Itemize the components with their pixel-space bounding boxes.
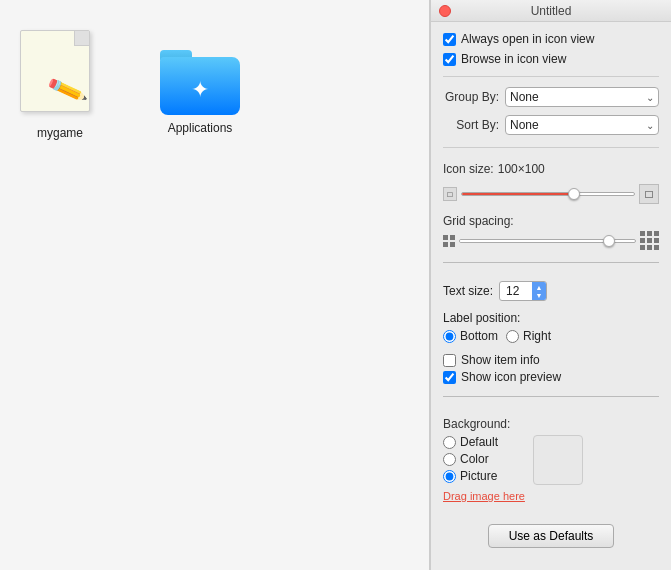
list-item[interactable]: ✏️ mygame [20,30,100,140]
sort-by-row: Sort By: None ⌄ [443,115,659,135]
drag-image-label: Drag image here [443,490,525,502]
bottom-radio-group: Bottom [443,329,498,343]
browse-checkbox[interactable] [443,53,456,66]
spin-up-icon: ▲ [536,284,543,291]
right-label: Right [523,329,551,343]
grid-spacing-thumb[interactable] [603,235,615,247]
bg-picture-radio[interactable] [443,470,456,483]
group-by-value: None [510,90,539,104]
icon-size-thumb[interactable] [568,188,580,200]
icon-size-fill [462,193,574,195]
show-item-info-label: Show item info [461,353,540,367]
background-section: Background: Default Color Picture [443,417,659,502]
group-by-label: Group By: [443,90,499,104]
bg-radio-list: Default Color Picture Drag image here [443,435,525,502]
finder-icons-area: ✏️ mygame ✦ Applications [0,0,429,170]
large-icon-indicator: □ [639,184,659,204]
spinbox-arrows[interactable]: ▲ ▼ [532,282,546,300]
show-item-info-row: Show item info [443,353,659,367]
bg-picture-label: Picture [460,469,497,483]
text-size-label: Text size: [443,284,493,298]
panel-bottom: Use as Defaults [431,524,671,570]
divider-3 [443,262,659,263]
chevron-down-icon-2: ⌄ [646,120,654,131]
grid-spacing-track [459,239,636,243]
divider-2 [443,147,659,148]
right-radio[interactable] [506,330,519,343]
list-item[interactable]: ✦ Applications [160,40,240,135]
show-item-info-checkbox[interactable] [443,354,456,367]
always-open-row: Always open in icon view [443,32,659,46]
panel-titlebar: Untitled [431,0,671,22]
mygame-icon: ✏️ [20,30,100,120]
panel-content: Always open in icon view Browse in icon … [431,22,671,524]
icon-size-label: Icon size: [443,162,494,176]
icon-size-slider-container: □ □ [443,184,659,204]
bg-color-group: Color [443,452,525,466]
show-icon-preview-label: Show icon preview [461,370,561,384]
group-by-select[interactable]: None ⌄ [505,87,659,107]
text-size-value: 12 [502,284,519,298]
sort-by-value: None [510,118,539,132]
divider-4 [443,396,659,397]
bg-picture-group: Picture [443,469,525,483]
background-options: Default Color Picture Drag image here [443,435,659,502]
sort-by-label: Sort By: [443,118,499,132]
info-panel: Untitled Always open in icon view Browse… [430,0,671,570]
bg-default-radio[interactable] [443,436,456,449]
browse-label: Browse in icon view [461,52,566,66]
always-open-label: Always open in icon view [461,32,594,46]
always-open-checkbox[interactable] [443,33,456,46]
finder-panel: ✏️ mygame ✦ Applications [0,0,430,570]
grid-spacing-label: Grid spacing: [443,214,659,228]
background-label: Background: [443,417,659,431]
panel-title: Untitled [531,4,572,18]
right-radio-group: Right [506,329,551,343]
bg-color-label: Color [460,452,489,466]
chevron-down-icon: ⌄ [646,92,654,103]
grid-spacing-slider-row [443,231,659,250]
icon-size-row: Icon size: 100×100 [443,162,659,176]
divider-1 [443,76,659,77]
bottom-radio[interactable] [443,330,456,343]
label-position-label: Label position: [443,311,659,325]
show-icon-preview-row: Show icon preview [443,370,659,384]
show-options: Show item info Show icon preview [443,353,659,384]
bg-default-label: Default [460,435,498,449]
small-icon-indicator: □ [443,187,457,201]
icon-size-track [461,192,635,196]
bg-color-radio[interactable] [443,453,456,466]
show-icon-preview-checkbox[interactable] [443,371,456,384]
applications-folder-icon: ✦ [160,50,240,115]
close-icon[interactable] [439,5,451,17]
mygame-label: mygame [37,126,83,140]
text-size-spinbox[interactable]: 12 ▲ ▼ [499,281,547,301]
sort-by-select[interactable]: None ⌄ [505,115,659,135]
bottom-label: Bottom [460,329,498,343]
folder-star-icon: ✦ [191,77,209,103]
spin-down-icon: ▼ [536,292,543,299]
tools-icon: ✏️ [45,69,89,112]
label-position-row: Bottom Right [443,329,659,343]
bg-default-group: Default [443,435,525,449]
text-size-row: Text size: 12 ▲ ▼ [443,281,659,301]
grid-spacing-fill [460,240,609,242]
background-swatch[interactable] [533,435,583,485]
browse-row: Browse in icon view [443,52,659,66]
grid-large-icon [640,231,659,250]
icon-size-value: 100×100 [498,162,545,176]
applications-label: Applications [168,121,233,135]
grid-small-icon [443,235,455,247]
grid-spacing-section: Grid spacing: [443,214,659,250]
use-as-defaults-button[interactable]: Use as Defaults [488,524,615,548]
label-position-section: Label position: Bottom Right [443,311,659,343]
group-by-row: Group By: None ⌄ [443,87,659,107]
